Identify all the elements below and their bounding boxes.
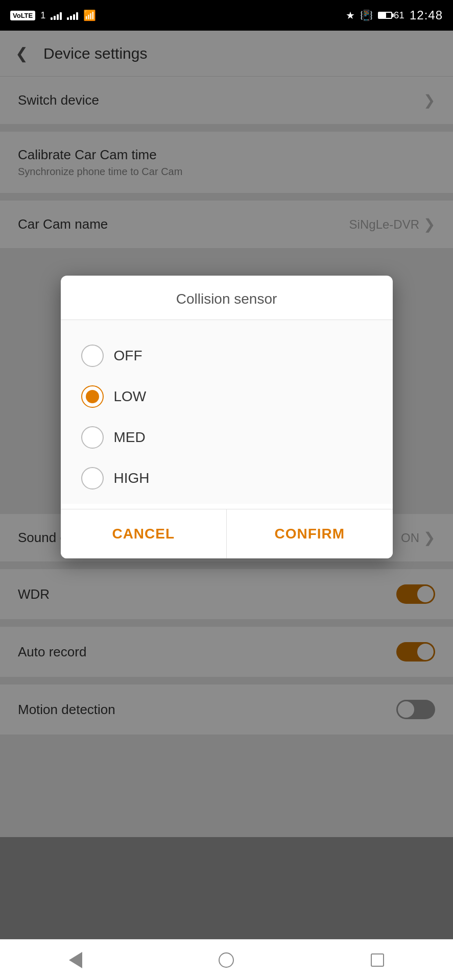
radio-option-off[interactable]: OFF [81, 335, 372, 376]
navigation-bar [0, 939, 453, 980]
status-left: VoLTE 1 📶 [10, 9, 96, 21]
battery: 61 [378, 10, 404, 21]
back-triangle-icon [69, 952, 82, 968]
recents-square-icon [371, 953, 384, 967]
dialog-actions: CANCEL CONFIRM [61, 509, 393, 558]
wifi-icon: 📶 [83, 9, 96, 21]
signal-bars-2 [67, 11, 78, 20]
radio-label-low: LOW [114, 388, 147, 405]
nav-back-button[interactable] [60, 945, 91, 975]
cancel-button[interactable]: CANCEL [61, 509, 227, 558]
status-right: ★ 📳 61 12:48 [346, 8, 443, 22]
radio-label-high: HIGH [114, 470, 150, 486]
radio-inner-low [86, 390, 99, 403]
radio-option-high[interactable]: HIGH [81, 458, 372, 499]
dialog-content: OFF LOW MED HIGH [61, 320, 393, 504]
dialog-title: Collision sensor [61, 276, 393, 320]
bluetooth-icon: ★ [346, 9, 355, 21]
vibrate-icon: 📳 [360, 9, 373, 21]
radio-option-low[interactable]: LOW [81, 376, 372, 417]
radio-label-med: MED [114, 429, 146, 446]
background-content: ❮ Device settings Switch device ❯ Calibr… [0, 31, 453, 837]
sim1-indicator: 1 [40, 10, 45, 21]
nav-home-button[interactable] [211, 945, 242, 975]
collision-sensor-dialog: Collision sensor OFF LOW MED [61, 276, 393, 558]
home-circle-icon [219, 952, 234, 968]
radio-option-med[interactable]: MED [81, 417, 372, 458]
status-bar: VoLTE 1 📶 ★ 📳 61 12:48 [0, 0, 453, 31]
radio-label-off: OFF [114, 348, 142, 364]
radio-circle-off [81, 345, 104, 367]
radio-circle-low [81, 385, 104, 408]
signal-bars-1 [51, 11, 62, 20]
battery-percent: 61 [394, 10, 404, 21]
confirm-button[interactable]: CONFIRM [227, 509, 393, 558]
clock: 12:48 [410, 8, 443, 22]
radio-circle-med [81, 426, 104, 449]
radio-circle-high [81, 467, 104, 489]
volte-badge: VoLTE [10, 11, 35, 20]
battery-fill [379, 13, 387, 18]
nav-recents-button[interactable] [362, 945, 393, 975]
battery-icon [378, 12, 392, 19]
